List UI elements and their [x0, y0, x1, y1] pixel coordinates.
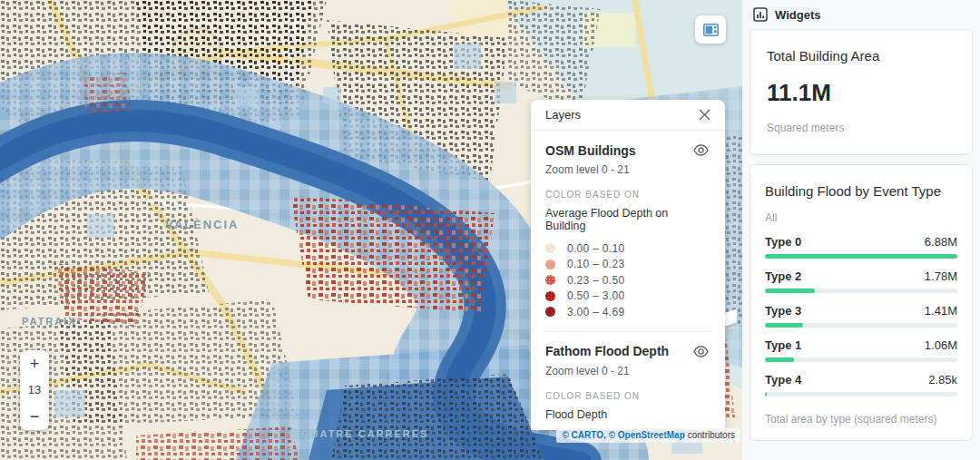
map-zoom-control: + 13 −	[20, 350, 49, 430]
category-label: Type 2	[765, 269, 801, 283]
legend-range: 0.00 – 0.10	[567, 242, 624, 255]
category-bar-fill	[765, 392, 767, 396]
layers-panel-title: Layers	[545, 108, 581, 122]
category-row-type-3[interactable]: Type 3 1.41M	[765, 304, 957, 328]
category-bar-fill	[765, 289, 815, 293]
map-label-patraix: PATRAIX	[22, 316, 77, 327]
legend-swatch	[545, 275, 555, 285]
layer-name: OSM Buildings	[545, 143, 636, 158]
category-value: 1.41M	[925, 304, 957, 318]
widget-title: Building Flood by Event Type	[765, 183, 957, 199]
app-window: VALÈNCIA PATRAIX QUATRE CARRERES + 13 − …	[0, 0, 980, 460]
legend-swatch	[545, 243, 555, 253]
category-label: Type 1	[765, 338, 801, 352]
category-label: Type 0	[765, 235, 801, 249]
legend-item: 0.00 – 0.10	[545, 240, 710, 257]
legend-swatch	[545, 259, 555, 269]
widget-building-flood-by-event-type: Building Flood by Event Type All Type 0 …	[750, 164, 973, 441]
legend-range: 0.50 – 3.00	[567, 289, 624, 302]
layer-zoom-range: Zoom level 0 - 21	[545, 365, 710, 377]
category-label: Type 3	[765, 304, 801, 318]
widget-filter-state: All	[765, 211, 957, 224]
category-bar-track	[765, 392, 957, 396]
category-bar-track	[765, 289, 957, 293]
legend-item: 3.00 – 4.69	[545, 304, 710, 320]
osm-attribution-link[interactable]: © OpenStreetMap	[609, 430, 685, 440]
color-based-on-label: COLOR BASED ON	[545, 190, 710, 200]
widgets-header: Widgets	[750, 5, 973, 29]
map-attribution: © CARTO,© OpenStreetMapcontributors	[556, 428, 740, 443]
legend-item: 0.10 – 0.23	[545, 257, 710, 273]
panel-layout-icon	[703, 24, 719, 36]
attribution-suffix: contributors	[688, 430, 735, 440]
category-label: Type 4	[765, 373, 801, 387]
map-label-quatre-carreres: QUATRE CARRERES	[301, 428, 428, 439]
widgets-panel-toggle-button[interactable]	[695, 15, 726, 44]
legend-range: 3.00 – 4.69	[567, 306, 624, 318]
carto-attribution-link[interactable]: © CARTO,	[562, 430, 605, 440]
category-row-type-4[interactable]: Type 4 2.85k	[765, 373, 957, 396]
legend-range: 0.23 – 0.50	[567, 274, 624, 287]
category-row-type-1[interactable]: Type 1 1.06M	[765, 338, 957, 362]
category-bar-fill	[765, 357, 794, 362]
layer-visibility-toggle[interactable]	[691, 344, 710, 359]
widget-unit: Squared meters	[767, 122, 956, 134]
legend-item: 0.23 – 0.50	[545, 272, 710, 289]
category-row-type-0[interactable]: Type 0 6.88M	[765, 235, 957, 259]
category-bar-track	[765, 323, 957, 328]
color-attribute: Flood Depth	[545, 408, 710, 421]
layers-panel: Layers OSM Buildings Zoom level 0 - 21 C…	[531, 100, 725, 430]
widgets-sidebar: Widgets Total Building Area 11.1M Square…	[742, 0, 980, 460]
category-value: 1.06M	[925, 338, 957, 352]
layers-panel-close-button[interactable]	[697, 107, 712, 122]
category-bar-fill	[765, 323, 803, 328]
category-bar-track	[765, 254, 957, 259]
sidebar-title: Widgets	[775, 8, 820, 22]
legend-range: 0.10 – 0.23	[567, 258, 624, 270]
layers-panel-header: Layers	[531, 100, 725, 131]
layer-section-osm-buildings: OSM Buildings Zoom level 0 - 21 COLOR BA…	[531, 131, 725, 332]
close-icon	[699, 109, 710, 121]
zoom-level-indicator: 13	[20, 377, 49, 403]
eye-icon	[693, 346, 709, 357]
legend-swatch	[545, 307, 555, 317]
layer-visibility-toggle[interactable]	[691, 142, 710, 158]
color-based-on-label: COLOR BASED ON	[545, 391, 710, 401]
category-value: 1.78M	[925, 269, 957, 283]
zoom-out-button[interactable]: −	[20, 403, 49, 430]
widget-title: Total Building Area	[767, 48, 956, 64]
zoom-in-button[interactable]: +	[20, 350, 49, 377]
legend-item: 0.50 – 3.00	[545, 289, 710, 305]
layer-legend: 0.00 – 0.10 0.10 – 0.23 0.23 – 0.50 0.50…	[545, 240, 710, 320]
category-row-type-2[interactable]: Type 2 1.78M	[765, 269, 957, 293]
widget-value: 11.1M	[767, 79, 956, 107]
widget-footer-note: Total area by type (squared meters)	[765, 413, 957, 426]
category-bar-fill	[765, 254, 957, 259]
map-label-city: VALÈNCIA	[165, 218, 239, 231]
category-value: 2.85k	[928, 373, 957, 387]
category-value: 6.88M	[925, 235, 957, 249]
widget-total-building-area: Total Building Area 11.1M Squared meters	[750, 29, 973, 155]
eye-icon	[693, 144, 709, 156]
category-bar-track	[765, 357, 957, 362]
layer-name: Fathom Flood Depth	[545, 344, 669, 358]
layer-section-fathom-flood-depth: Fathom Flood Depth Zoom level 0 - 21 COL…	[531, 332, 725, 431]
color-attribute: Average Flood Depth on Building	[545, 207, 710, 232]
bar-chart-icon	[753, 7, 768, 22]
layer-zoom-range: Zoom level 0 - 21	[545, 163, 710, 176]
legend-swatch	[545, 291, 555, 301]
